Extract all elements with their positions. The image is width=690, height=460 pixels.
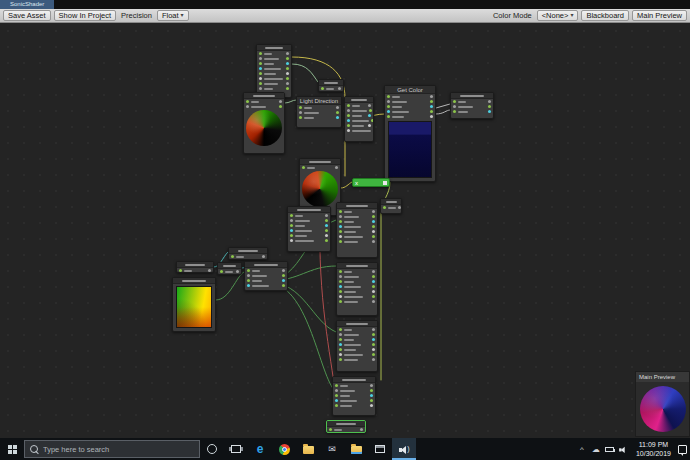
output-port[interactable] [372,348,375,351]
input-port[interactable] [383,206,386,209]
output-port[interactable] [372,225,375,228]
output-port[interactable] [372,270,375,273]
shader-node[interactable] [336,262,378,316]
active-audio-app-button[interactable]: ) [392,438,416,460]
output-port[interactable] [286,57,289,60]
output-port[interactable] [372,338,375,341]
output-port[interactable] [488,100,491,103]
output-port[interactable] [325,239,328,242]
output-port[interactable] [488,105,491,108]
input-port[interactable] [339,353,342,356]
input-port[interactable] [259,57,262,60]
output-port[interactable] [398,206,401,209]
input-port[interactable] [339,295,342,298]
output-port[interactable] [372,280,375,283]
input-port[interactable] [335,404,338,407]
output-port[interactable] [282,269,285,272]
input-port[interactable] [259,77,262,80]
shader-node[interactable] [217,262,242,275]
shader-node[interactable] [287,206,331,252]
output-port[interactable] [372,285,375,288]
output-port[interactable] [325,234,328,237]
shader-node[interactable] [380,198,402,214]
shader-node[interactable] [256,44,292,98]
input-port[interactable] [220,270,223,273]
mail-button[interactable]: ✉ [320,438,344,460]
output-port[interactable] [372,353,375,356]
output-port[interactable] [262,255,265,258]
tray-volume-button[interactable] [617,445,631,454]
input-port[interactable] [335,394,338,397]
light-direction-node[interactable]: Light Direction [296,96,342,128]
taskbar-clock[interactable]: 11:09 PM 10/30/2019 [631,440,676,458]
input-port[interactable] [339,225,342,228]
output-port[interactable] [370,394,373,397]
output-port[interactable] [370,399,373,402]
input-port[interactable] [347,109,350,112]
output-port[interactable] [372,328,375,331]
shader-node[interactable] [450,92,494,119]
output-port[interactable] [430,110,433,113]
input-port[interactable] [329,428,332,431]
input-port[interactable] [302,166,305,169]
input-port[interactable] [247,279,250,282]
input-port[interactable] [339,328,342,331]
output-port[interactable] [336,106,339,109]
output-port[interactable] [430,105,433,108]
folder-button[interactable] [296,438,320,460]
shader-node[interactable] [318,79,344,92]
chrome-button[interactable] [272,438,296,460]
output-port[interactable] [372,240,375,243]
output-port[interactable] [368,124,371,127]
output-port[interactable] [360,428,363,431]
output-port[interactable] [279,100,282,103]
output-port[interactable] [430,95,433,98]
input-port[interactable] [335,384,338,387]
output-port[interactable] [282,279,285,282]
window-title-tab[interactable]: SonicShader [0,0,54,9]
input-port[interactable] [387,115,390,118]
output-port[interactable] [208,269,211,272]
output-port[interactable] [286,82,289,85]
shader-node[interactable] [344,96,374,142]
input-port[interactable] [387,110,390,113]
input-port[interactable] [290,219,293,222]
input-port[interactable] [259,87,262,90]
gradient-preview-node[interactable] [172,277,216,332]
tray-cloud-button[interactable]: ☁ [589,445,603,454]
output-port[interactable] [338,87,341,90]
output-port[interactable] [336,111,339,114]
output-port[interactable] [488,110,491,113]
input-port[interactable] [335,389,338,392]
output-port[interactable] [372,230,375,233]
output-port[interactable] [370,384,373,387]
shader-node[interactable] [336,202,378,258]
output-port[interactable] [368,104,371,107]
color-mode-dropdown[interactable]: <None> ▾ [537,10,579,21]
input-port[interactable] [259,67,262,70]
get-color-node[interactable]: Get Color [384,85,436,182]
output-port[interactable] [372,300,375,303]
input-port[interactable] [290,224,293,227]
input-port[interactable] [347,114,350,117]
start-button[interactable] [0,438,24,460]
save-asset-button[interactable]: Save Asset [3,10,51,21]
input-port[interactable] [453,100,456,103]
file-explorer-button[interactable] [344,438,368,460]
input-port[interactable] [339,210,342,213]
output-port[interactable] [325,224,328,227]
input-port[interactable] [339,348,342,351]
shader-node[interactable] [228,247,268,260]
input-port[interactable] [387,95,390,98]
input-port[interactable] [453,110,456,113]
input-port[interactable] [387,105,390,108]
output-port[interactable] [282,284,285,287]
input-port[interactable] [347,119,350,122]
output-port[interactable] [430,115,433,118]
input-port[interactable] [387,100,390,103]
input-port[interactable] [453,105,456,108]
precision-dropdown[interactable]: Float ▾ [157,10,189,21]
search-input[interactable] [43,445,194,454]
input-port[interactable] [299,106,302,109]
output-port[interactable] [286,72,289,75]
